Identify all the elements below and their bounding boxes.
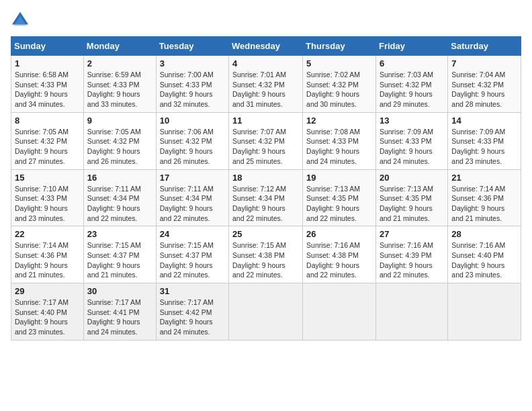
day-number: 16 bbox=[87, 173, 152, 183]
calendar-cell: 27Sunrise: 7:16 AM Sunset: 4:39 PM Dayli… bbox=[375, 226, 447, 283]
day-info: Sunrise: 7:07 AM Sunset: 4:32 PM Dayligh… bbox=[232, 127, 299, 167]
header bbox=[11, 11, 521, 30]
day-info: Sunrise: 7:04 AM Sunset: 4:32 PM Dayligh… bbox=[451, 70, 517, 109]
calendar-cell: 30Sunrise: 7:17 AM Sunset: 4:41 PM Dayli… bbox=[83, 283, 156, 340]
logo-icon bbox=[11, 11, 30, 30]
day-info: Sunrise: 7:11 AM Sunset: 4:34 PM Dayligh… bbox=[87, 184, 152, 224]
calendar-cell: 20Sunrise: 7:13 AM Sunset: 4:35 PM Dayli… bbox=[375, 169, 447, 226]
calendar-cell: 22Sunrise: 7:14 AM Sunset: 4:36 PM Dayli… bbox=[11, 226, 84, 283]
weekday-header-saturday: Saturday bbox=[448, 37, 521, 56]
logo bbox=[11, 11, 32, 30]
day-number: 5 bbox=[306, 58, 372, 68]
day-info: Sunrise: 7:15 AM Sunset: 4:37 PM Dayligh… bbox=[160, 240, 225, 280]
day-info: Sunrise: 6:58 AM Sunset: 4:33 PM Dayligh… bbox=[15, 70, 80, 109]
day-number: 6 bbox=[380, 58, 444, 68]
calendar-cell: 6Sunrise: 7:03 AM Sunset: 4:32 PM Daylig… bbox=[375, 56, 447, 113]
calendar-cell: 5Sunrise: 7:02 AM Sunset: 4:32 PM Daylig… bbox=[303, 56, 376, 113]
calendar-cell: 7Sunrise: 7:04 AM Sunset: 4:32 PM Daylig… bbox=[448, 56, 521, 113]
calendar-week-4: 22Sunrise: 7:14 AM Sunset: 4:36 PM Dayli… bbox=[11, 226, 521, 283]
calendar-cell bbox=[448, 283, 521, 340]
day-info: Sunrise: 7:16 AM Sunset: 4:40 PM Dayligh… bbox=[451, 240, 517, 280]
calendar-cell: 11Sunrise: 7:07 AM Sunset: 4:32 PM Dayli… bbox=[229, 112, 303, 169]
day-number: 25 bbox=[232, 229, 299, 239]
calendar-cell bbox=[229, 283, 303, 340]
calendar-cell: 13Sunrise: 7:09 AM Sunset: 4:33 PM Dayli… bbox=[375, 112, 447, 169]
day-number: 21 bbox=[451, 173, 517, 183]
weekday-header-monday: Monday bbox=[83, 37, 156, 56]
day-number: 3 bbox=[160, 58, 225, 68]
calendar-cell: 28Sunrise: 7:16 AM Sunset: 4:40 PM Dayli… bbox=[448, 226, 521, 283]
day-info: Sunrise: 7:09 AM Sunset: 4:33 PM Dayligh… bbox=[451, 127, 517, 167]
day-info: Sunrise: 7:13 AM Sunset: 4:35 PM Dayligh… bbox=[306, 184, 372, 224]
day-number: 7 bbox=[451, 58, 517, 68]
calendar-week-3: 15Sunrise: 7:10 AM Sunset: 4:33 PM Dayli… bbox=[11, 169, 521, 226]
calendar-cell: 16Sunrise: 7:11 AM Sunset: 4:34 PM Dayli… bbox=[83, 169, 156, 226]
day-info: Sunrise: 7:05 AM Sunset: 4:32 PM Dayligh… bbox=[87, 127, 152, 167]
day-number: 14 bbox=[451, 116, 517, 126]
day-info: Sunrise: 6:59 AM Sunset: 4:33 PM Dayligh… bbox=[87, 70, 152, 109]
calendar-cell: 1Sunrise: 6:58 AM Sunset: 4:33 PM Daylig… bbox=[11, 56, 84, 113]
day-number: 20 bbox=[380, 173, 444, 183]
day-number: 11 bbox=[232, 116, 299, 126]
day-number: 26 bbox=[306, 229, 372, 239]
calendar-cell: 12Sunrise: 7:08 AM Sunset: 4:33 PM Dayli… bbox=[303, 112, 376, 169]
day-info: Sunrise: 7:01 AM Sunset: 4:32 PM Dayligh… bbox=[232, 70, 299, 109]
calendar-cell: 24Sunrise: 7:15 AM Sunset: 4:37 PM Dayli… bbox=[156, 226, 228, 283]
day-info: Sunrise: 7:00 AM Sunset: 4:33 PM Dayligh… bbox=[160, 70, 225, 109]
calendar-cell: 14Sunrise: 7:09 AM Sunset: 4:33 PM Dayli… bbox=[448, 112, 521, 169]
day-number: 10 bbox=[160, 116, 225, 126]
calendar-cell: 8Sunrise: 7:05 AM Sunset: 4:32 PM Daylig… bbox=[11, 112, 84, 169]
day-number: 4 bbox=[232, 58, 299, 68]
day-number: 30 bbox=[87, 286, 152, 296]
calendar-cell: 2Sunrise: 6:59 AM Sunset: 4:33 PM Daylig… bbox=[83, 56, 156, 113]
calendar-cell: 4Sunrise: 7:01 AM Sunset: 4:32 PM Daylig… bbox=[229, 56, 303, 113]
calendar-week-5: 29Sunrise: 7:17 AM Sunset: 4:40 PM Dayli… bbox=[11, 283, 521, 340]
weekday-header-thursday: Thursday bbox=[303, 37, 376, 56]
calendar-cell: 17Sunrise: 7:11 AM Sunset: 4:34 PM Dayli… bbox=[156, 169, 228, 226]
day-info: Sunrise: 7:17 AM Sunset: 4:42 PM Dayligh… bbox=[160, 298, 225, 337]
day-info: Sunrise: 7:15 AM Sunset: 4:38 PM Dayligh… bbox=[232, 240, 299, 280]
calendar-cell bbox=[303, 283, 376, 340]
calendar-week-1: 1Sunrise: 6:58 AM Sunset: 4:33 PM Daylig… bbox=[11, 56, 521, 113]
day-number: 13 bbox=[380, 116, 444, 126]
day-info: Sunrise: 7:10 AM Sunset: 4:33 PM Dayligh… bbox=[15, 184, 80, 224]
calendar-cell: 9Sunrise: 7:05 AM Sunset: 4:32 PM Daylig… bbox=[83, 112, 156, 169]
calendar-cell: 25Sunrise: 7:15 AM Sunset: 4:38 PM Dayli… bbox=[229, 226, 303, 283]
calendar-cell: 31Sunrise: 7:17 AM Sunset: 4:42 PM Dayli… bbox=[156, 283, 228, 340]
day-info: Sunrise: 7:16 AM Sunset: 4:38 PM Dayligh… bbox=[306, 240, 372, 280]
day-info: Sunrise: 7:16 AM Sunset: 4:39 PM Dayligh… bbox=[380, 240, 444, 280]
calendar-cell: 15Sunrise: 7:10 AM Sunset: 4:33 PM Dayli… bbox=[11, 169, 84, 226]
calendar-cell: 26Sunrise: 7:16 AM Sunset: 4:38 PM Dayli… bbox=[303, 226, 376, 283]
calendar-week-2: 8Sunrise: 7:05 AM Sunset: 4:32 PM Daylig… bbox=[11, 112, 521, 169]
day-info: Sunrise: 7:11 AM Sunset: 4:34 PM Dayligh… bbox=[160, 184, 225, 224]
day-info: Sunrise: 7:14 AM Sunset: 4:36 PM Dayligh… bbox=[451, 184, 517, 224]
day-number: 2 bbox=[87, 58, 152, 68]
day-info: Sunrise: 7:12 AM Sunset: 4:34 PM Dayligh… bbox=[232, 184, 299, 224]
calendar-cell: 10Sunrise: 7:06 AM Sunset: 4:32 PM Dayli… bbox=[156, 112, 228, 169]
day-info: Sunrise: 7:05 AM Sunset: 4:32 PM Dayligh… bbox=[15, 127, 80, 167]
day-number: 12 bbox=[306, 116, 372, 126]
day-number: 18 bbox=[232, 173, 299, 183]
day-number: 1 bbox=[15, 58, 80, 68]
calendar-cell: 3Sunrise: 7:00 AM Sunset: 4:33 PM Daylig… bbox=[156, 56, 228, 113]
weekday-header-tuesday: Tuesday bbox=[156, 37, 228, 56]
calendar-cell: 29Sunrise: 7:17 AM Sunset: 4:40 PM Dayli… bbox=[11, 283, 84, 340]
calendar-table: SundayMondayTuesdayWednesdayThursdayFrid… bbox=[11, 36, 521, 340]
calendar-cell: 21Sunrise: 7:14 AM Sunset: 4:36 PM Dayli… bbox=[448, 169, 521, 226]
day-info: Sunrise: 7:06 AM Sunset: 4:32 PM Dayligh… bbox=[160, 127, 225, 167]
day-number: 19 bbox=[306, 173, 372, 183]
weekday-header-wednesday: Wednesday bbox=[229, 37, 303, 56]
page-container: SundayMondayTuesdayWednesdayThursdayFrid… bbox=[0, 0, 532, 346]
calendar-cell: 23Sunrise: 7:15 AM Sunset: 4:37 PM Dayli… bbox=[83, 226, 156, 283]
day-info: Sunrise: 7:17 AM Sunset: 4:41 PM Dayligh… bbox=[87, 298, 152, 337]
day-number: 28 bbox=[451, 229, 517, 239]
calendar-cell: 19Sunrise: 7:13 AM Sunset: 4:35 PM Dayli… bbox=[303, 169, 376, 226]
calendar-cell: 18Sunrise: 7:12 AM Sunset: 4:34 PM Dayli… bbox=[229, 169, 303, 226]
day-info: Sunrise: 7:17 AM Sunset: 4:40 PM Dayligh… bbox=[15, 298, 80, 337]
day-number: 31 bbox=[160, 286, 225, 296]
day-number: 29 bbox=[15, 286, 80, 296]
day-number: 27 bbox=[380, 229, 444, 239]
day-info: Sunrise: 7:15 AM Sunset: 4:37 PM Dayligh… bbox=[87, 240, 152, 280]
day-number: 24 bbox=[160, 229, 225, 239]
day-number: 22 bbox=[15, 229, 80, 239]
